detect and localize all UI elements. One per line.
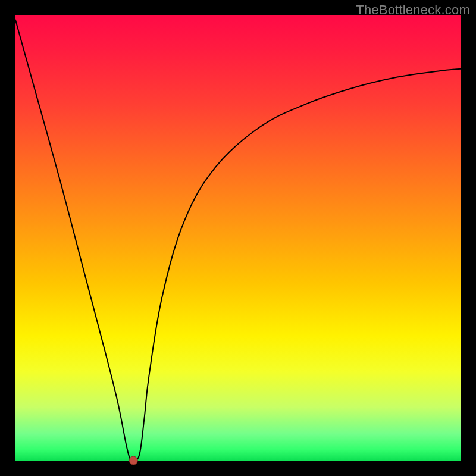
- bottleneck-chart: TheBottleneck.com: [0, 0, 476, 476]
- watermark-text: TheBottleneck.com: [356, 2, 470, 18]
- curve-svg: [15, 15, 461, 461]
- minimum-point-marker: [129, 456, 137, 465]
- bottleneck-curve: [15, 20, 461, 462]
- plot-area: [15, 15, 461, 461]
